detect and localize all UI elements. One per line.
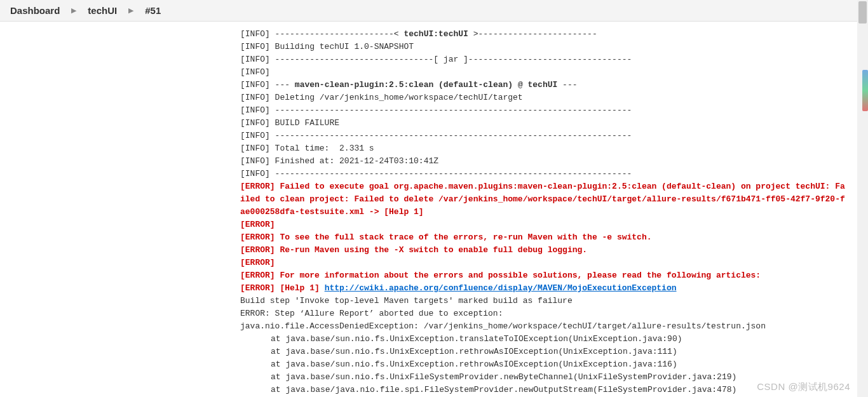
chevron-right-icon: ▶ <box>128 6 133 15</box>
console-line: [INFO] ------------------------< techUI:… <box>240 28 849 41</box>
console-line: [ERROR] <box>240 257 849 269</box>
help-link[interactable]: http://cwiki.apache.org/confluence/displ… <box>325 283 677 293</box>
console-line: [ERROR] <box>240 219 849 231</box>
breadcrumb-dashboard[interactable]: Dashboard <box>10 5 60 16</box>
console-line: [INFO] Building techUI 1.0-SNAPSHOT <box>240 41 849 53</box>
breadcrumb-project[interactable]: techUI <box>88 5 117 16</box>
scrollbar-marker-overlay <box>862 70 868 111</box>
console-line: [INFO] Total time: 2.331 s <box>240 142 849 155</box>
console-line: ERROR: Step ‘Allure Report’ aborted due … <box>240 307 849 320</box>
console-line: java.nio.file.AccessDeniedException: /va… <box>240 320 849 333</box>
console-line: [INFO] ---------------------------------… <box>240 104 849 117</box>
console-line: [INFO] --------------------------------[… <box>240 53 849 66</box>
console-line: at java.base/sun.nio.fs.UnixException.re… <box>240 358 849 371</box>
chevron-right-icon: ▶ <box>71 6 76 15</box>
console-line: [ERROR] Failed to execute goal org.apach… <box>240 180 849 219</box>
console-line: [INFO] Finished at: 2021-12-24T03:10:41Z <box>240 155 849 168</box>
console-line: [INFO] --- maven-clean-plugin:2.5:clean … <box>240 79 849 91</box>
console-output: [INFO] ------------------------< techUI:… <box>0 22 868 396</box>
console-line: [INFO] ---------------------------------… <box>240 130 849 142</box>
console-line: at java.base/sun.nio.fs.UnixException.re… <box>240 346 849 358</box>
console-line: [INFO] <box>240 66 849 79</box>
watermark: CSDN @测试机9624 <box>757 381 850 393</box>
console-line: at java.base/sun.nio.fs.UnixException.tr… <box>240 333 849 346</box>
breadcrumb-build[interactable]: #51 <box>145 5 161 16</box>
breadcrumb: Dashboard ▶ techUI ▶ #51 <box>0 0 868 22</box>
vertical-scrollbar-track[interactable] <box>857 0 868 397</box>
console-line: [ERROR] Re-run Maven using the -X switch… <box>240 244 849 257</box>
console-line: [ERROR] [Help 1] http://cwiki.apache.org… <box>240 282 849 295</box>
console-line: [INFO] Deleting /var/jenkins_home/worksp… <box>240 91 849 104</box>
console-line: [INFO] BUILD FAILURE <box>240 117 849 130</box>
console-line: Build step 'Invoke top-level Maven targe… <box>240 295 849 307</box>
vertical-scrollbar-thumb[interactable] <box>858 1 867 24</box>
console-line: [ERROR] To see the full stack trace of t… <box>240 231 849 244</box>
console-line: [ERROR] For more information about the e… <box>240 269 849 282</box>
console-line: [INFO] ---------------------------------… <box>240 168 849 180</box>
